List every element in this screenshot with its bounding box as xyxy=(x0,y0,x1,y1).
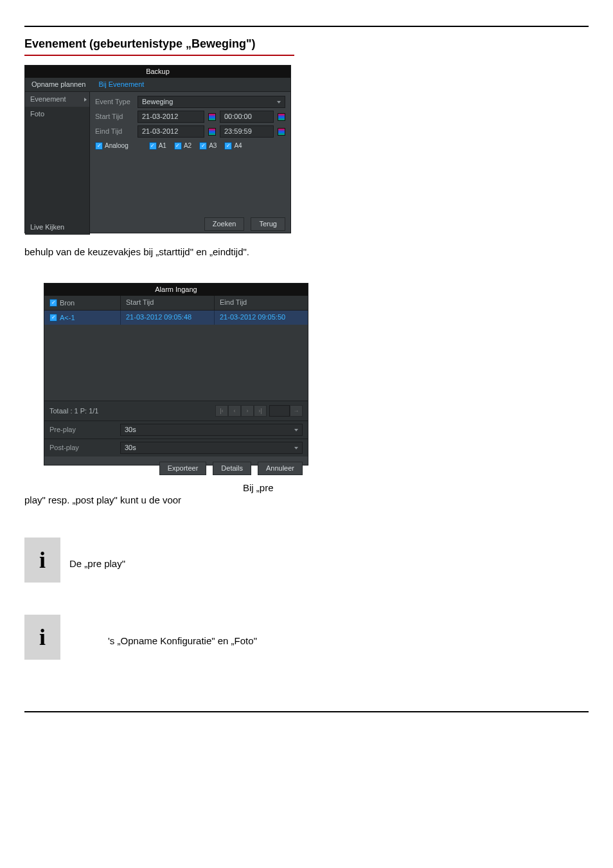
paragraph-1: behulp van de keuzevakjes bij „starttijd… xyxy=(24,246,589,257)
sidebar-item-live-kijken[interactable]: Live Kijken xyxy=(25,220,89,235)
pager-prev[interactable]: ‹ xyxy=(228,405,241,417)
page-title: Evenement (gebeurtenistype „Beweging") xyxy=(24,37,589,51)
label-a2: A2 xyxy=(184,143,191,149)
info-icon: i xyxy=(24,615,60,660)
checkbox-a3[interactable]: ✓ xyxy=(199,142,207,150)
window-title: Backup xyxy=(25,66,290,78)
calendar-icon[interactable] xyxy=(208,128,216,136)
pager: |‹ ‹ › ›| → xyxy=(215,405,303,417)
pager-go[interactable]: → xyxy=(290,405,303,417)
cell-eind: 21-03-2012 09:05:50 xyxy=(215,311,308,325)
pager-total: Totaal : 1 P: 1/1 xyxy=(49,408,98,415)
label-a1: A1 xyxy=(159,143,166,149)
label-a3: A3 xyxy=(209,143,217,149)
label-eind-tijd: Eind Tijd xyxy=(95,128,134,135)
info-icon: i xyxy=(24,538,60,583)
col-bron[interactable]: ✓Bron xyxy=(44,296,121,310)
info-box-2: i 's „Opname Konfiguratie" en „Foto" xyxy=(24,615,589,660)
checkbox-a2[interactable]: ✓ xyxy=(174,142,182,150)
checkbox-bron-header[interactable]: ✓ xyxy=(49,299,57,307)
input-start-date[interactable]: 21-03-2012 xyxy=(138,111,204,123)
cell-bron: A<-1 xyxy=(60,314,75,321)
checkbox-row[interactable]: ✓ xyxy=(49,314,57,321)
annuleer-button[interactable]: Annuleer xyxy=(258,462,303,475)
exporteer-button[interactable]: Exporteer xyxy=(159,462,207,475)
col-eind: Eind Tijd xyxy=(215,296,308,310)
tab-bij-evenement[interactable]: Bij Evenement xyxy=(92,78,150,91)
cell-start: 21-03-2012 09:05:48 xyxy=(121,311,215,325)
terug-button[interactable]: Terug xyxy=(251,217,285,231)
input-eind-date[interactable]: 21-03-2012 xyxy=(138,125,204,138)
screenshot-alarm-ingang: Alarm Ingang ✓Bron Start Tijd Eind Tijd … xyxy=(44,283,308,466)
sidebar-item-foto[interactable]: Foto xyxy=(25,107,89,122)
select-post-play[interactable]: 30s xyxy=(120,442,303,454)
info-box-1: i De „pre play" xyxy=(24,538,589,583)
tab-opname-plannen[interactable]: Opname plannen xyxy=(25,78,92,91)
list-empty-area xyxy=(44,325,308,401)
select-event-type[interactable]: Beweging xyxy=(138,96,285,108)
chevron-down-icon xyxy=(277,101,281,104)
table-row[interactable]: ✓A<-1 21-03-2012 09:05:48 21-03-2012 09:… xyxy=(44,311,308,325)
paragraph-2: play" resp. „post play" kunt u de voor xyxy=(24,494,589,505)
pager-next[interactable]: › xyxy=(241,405,254,417)
col-start: Start Tijd xyxy=(121,296,215,310)
label-a4: A4 xyxy=(234,143,242,149)
label-event-type: Event Type xyxy=(95,98,134,105)
pager-last[interactable]: ›| xyxy=(254,405,267,417)
select-pre-play[interactable]: 30s xyxy=(120,424,303,436)
window-title-2: Alarm Ingang xyxy=(44,284,308,296)
input-start-time[interactable]: 00:00:00 xyxy=(220,111,274,123)
pager-first[interactable]: |‹ xyxy=(215,405,228,417)
sidebar-item-evenement[interactable]: Evenement xyxy=(25,92,89,107)
info-text-1: De „pre play" xyxy=(69,552,125,569)
pager-input[interactable] xyxy=(269,405,290,417)
screenshot-backup: Backup Opname plannen Bij Evenement Even… xyxy=(24,65,291,233)
checkbox-a1[interactable]: ✓ xyxy=(149,142,157,150)
time-picker-icon[interactable] xyxy=(278,128,285,136)
label-analoog: Analoog xyxy=(105,143,129,149)
chevron-down-icon xyxy=(294,429,298,431)
calendar-icon[interactable] xyxy=(208,113,216,121)
details-button[interactable]: Details xyxy=(213,462,251,475)
label-start-tijd: Start Tijd xyxy=(95,113,134,120)
info-text-2: 's „Opname Konfiguratie" en „Foto" xyxy=(69,629,257,646)
zoeken-button[interactable]: Zoeken xyxy=(204,217,245,231)
input-eind-time[interactable]: 23:59:59 xyxy=(220,125,274,138)
chevron-down-icon xyxy=(294,447,298,449)
fragment-right: Bij „pre xyxy=(243,482,589,493)
time-picker-icon[interactable] xyxy=(278,113,285,121)
accent-rule xyxy=(24,55,294,56)
label-pre-play: Pre-play xyxy=(49,426,120,433)
checkbox-analoog[interactable]: ✓ xyxy=(95,142,103,150)
label-post-play: Post-play xyxy=(49,444,120,451)
checkbox-a4[interactable]: ✓ xyxy=(224,142,232,150)
